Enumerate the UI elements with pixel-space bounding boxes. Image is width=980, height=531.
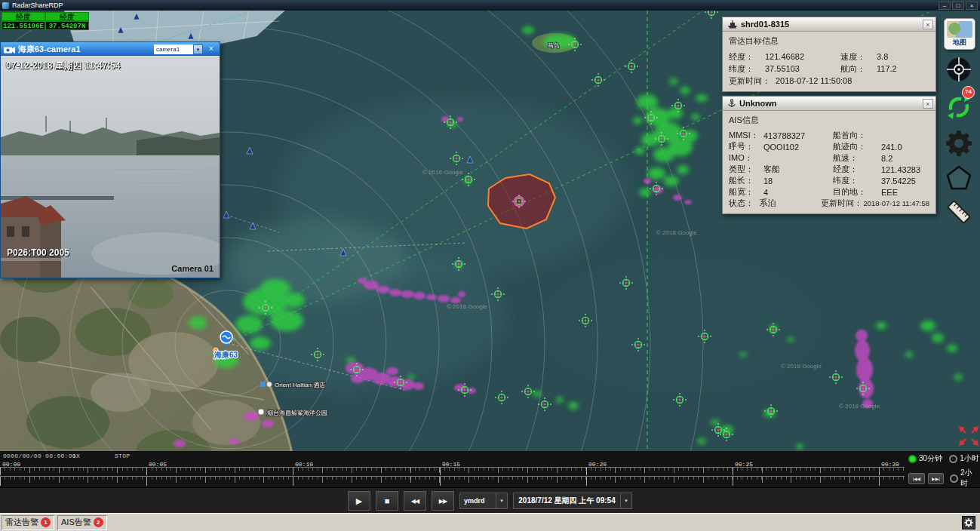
field-label: IMO：	[729, 152, 763, 164]
field-value: 8.2	[881, 154, 929, 163]
stop-button[interactable]: ■	[376, 491, 398, 511]
cursor-coordinate-readout: 经度 经度 121.55196E 37.54297N	[2, 12, 89, 30]
target-count-badge: 74	[962, 86, 975, 99]
fullscreen-expand-icon[interactable]	[958, 425, 979, 447]
playback-source-select[interactable]: ymdrd ▼	[459, 493, 508, 509]
camera-close-button[interactable]: ×	[205, 44, 217, 54]
locate-target-icon[interactable]	[945, 56, 972, 83]
status-bar: 雷达告警 1 AIS告警 2	[0, 513, 980, 531]
field-value: 121.46682	[765, 52, 840, 61]
copyright-watermark: © 2018 Google	[422, 169, 463, 176]
radar-info-row: 经度： 121.46682 速度： 3.8	[729, 51, 929, 63]
gear-icon	[964, 518, 973, 527]
radio-label: 30分钟	[919, 453, 942, 464]
playback-datetime-picker[interactable]: 2018/7/12 星期四 上午 09:54 ▼	[513, 493, 632, 509]
ais-info-row: 船宽： 4 目的地： EEE	[729, 186, 929, 198]
field-value: 241.0	[881, 143, 929, 152]
field-value: 117.2	[877, 64, 929, 73]
field-label: 船长：	[729, 175, 763, 186]
field-value: 客船	[763, 164, 833, 175]
camera-osd-datetime: 07-12-2018 星期四 11:47:54	[6, 60, 120, 72]
field-label: 船首向：	[833, 130, 881, 141]
draw-polygon-icon[interactable]	[945, 164, 972, 192]
ais-info-row: 船长： 18 纬度： 37.54225	[729, 175, 929, 186]
field-value: 37.54225	[881, 176, 929, 186]
camera-osd-name: Camera 01	[171, 264, 214, 273]
timeline-bar: 0000/00/00 00:00:00 1X STOP 00:00 00:05 …	[0, 451, 980, 487]
island-label: 马岛	[548, 42, 560, 49]
field-value: 2018-07-12 11:50:08	[776, 76, 929, 85]
radio-label: 2小时	[960, 468, 979, 489]
ais-alarm-button[interactable]: AIS告警 2	[57, 515, 107, 530]
radar-alarm-button[interactable]: 雷达告警 1	[2, 515, 54, 530]
hotel-label: Orient Haitian 酒店	[275, 382, 325, 388]
rewind-button[interactable]: ◀◀	[404, 491, 426, 511]
camera-image	[1, 56, 220, 278]
radar-alarm-label: 雷达告警	[5, 517, 38, 528]
radar-panel-close-button[interactable]: ×	[923, 20, 933, 29]
playback-controls: ▶ ■ ◀◀ ▶▶ ymdrd ▼ 2018/7/12 星期四 上午 09:54…	[0, 487, 980, 514]
radio-dot	[908, 455, 917, 463]
field-value: 系泊	[760, 198, 821, 209]
field-label: 状态：	[729, 198, 760, 209]
ais-panel-title: Unknown	[739, 99, 923, 108]
basemap-toggle-button[interactable]: 地图	[944, 18, 975, 50]
camera-select[interactable]: camera1	[154, 45, 193, 54]
window-title: RadarShareRDP	[12, 2, 63, 9]
camera-select-arrow-icon[interactable]: ▼	[193, 45, 203, 54]
lon-header: 经度	[2, 12, 45, 21]
ship-icon	[727, 20, 738, 29]
range-radio-2h[interactable]: 2小时	[950, 468, 979, 489]
camera-panel-header[interactable]: 海康63-camera1 camera1 ▼ ×	[1, 42, 220, 56]
ais-info-row: IMO： 航速： 8.2	[729, 152, 929, 164]
tick-strip	[0, 467, 905, 475]
play-button[interactable]: ▶	[348, 491, 370, 511]
minimize-button[interactable]: –	[939, 2, 951, 10]
ais-info-row: MMSI： 413788327 船首向：	[729, 130, 929, 141]
field-label: MMSI：	[729, 130, 763, 141]
radar-target-panel: shrd01-8315 × 雷达目标信息 经度： 121.46682 速度： 3…	[722, 17, 936, 92]
skip-to-end-button[interactable]: ▶▶|	[928, 473, 945, 484]
radar-alarm-count-badge: 1	[41, 517, 51, 527]
lat-value: 37.54297N	[45, 21, 89, 30]
ais-alarm-label: AIS告警	[61, 517, 91, 528]
app-icon	[2, 2, 9, 9]
maximize-button[interactable]: □	[952, 2, 964, 10]
anchor-icon	[727, 99, 736, 109]
timeline-speed: 1X	[72, 453, 80, 459]
range-radio-1h[interactable]: 1小时	[949, 453, 979, 464]
field-label: 船宽：	[729, 186, 763, 198]
settings-gear-icon[interactable]	[945, 130, 972, 157]
ais-alarm-count-badge: 2	[94, 517, 103, 527]
camera-video-feed: 07-12-2018 星期四 11:47:54 P026:T00 2005 Ca…	[1, 56, 220, 278]
field-label: 经度：	[833, 164, 881, 175]
lat-header: 经度	[45, 12, 89, 21]
field-label: 呼号：	[729, 141, 763, 152]
fast-forward-button[interactable]: ▶▶	[432, 491, 454, 511]
ais-panel-close-button[interactable]: ×	[923, 99, 933, 109]
skip-to-start-button[interactable]: |◀◀	[908, 473, 925, 484]
basemap-toggle-label: 地图	[953, 38, 966, 48]
chevron-down-icon: ▼	[620, 493, 631, 508]
radar-panel-title: shrd01-8315	[741, 20, 923, 29]
close-button[interactable]: ×	[966, 2, 978, 10]
timeline-ruler-radar[interactable]: 00:00 00:05 00:10 00:15 00:20 00:25 00:3…	[0, 461, 905, 475]
radio-dot	[950, 474, 958, 483]
radio-dot	[949, 455, 957, 463]
radar-info-row: 更新时间： 2018-07-12 11:50:08	[729, 75, 929, 87]
timeline-state: STOP	[115, 453, 130, 459]
field-label: 航速：	[833, 152, 881, 164]
field-label: 目的地：	[833, 186, 881, 198]
range-radio-30min[interactable]: 30分钟	[908, 453, 942, 464]
window-titlebar[interactable]: RadarShareRDP – □ ×	[0, 0, 980, 11]
basemap-thumbnail	[947, 21, 972, 38]
radar-panel-header[interactable]: shrd01-8315 ×	[723, 17, 935, 32]
ais-panel-header[interactable]: Unknown ×	[723, 97, 935, 111]
window-controls: – □ ×	[939, 2, 978, 10]
station-label: 海康63	[214, 351, 238, 359]
timeline-ruler-ais[interactable]	[0, 476, 905, 486]
camera-osd-ptz: P026:T00 2005	[7, 247, 69, 258]
settings-button[interactable]	[962, 516, 975, 529]
map-toolbar: 地图 74	[938, 15, 980, 241]
measure-ruler-icon[interactable]	[943, 196, 975, 228]
